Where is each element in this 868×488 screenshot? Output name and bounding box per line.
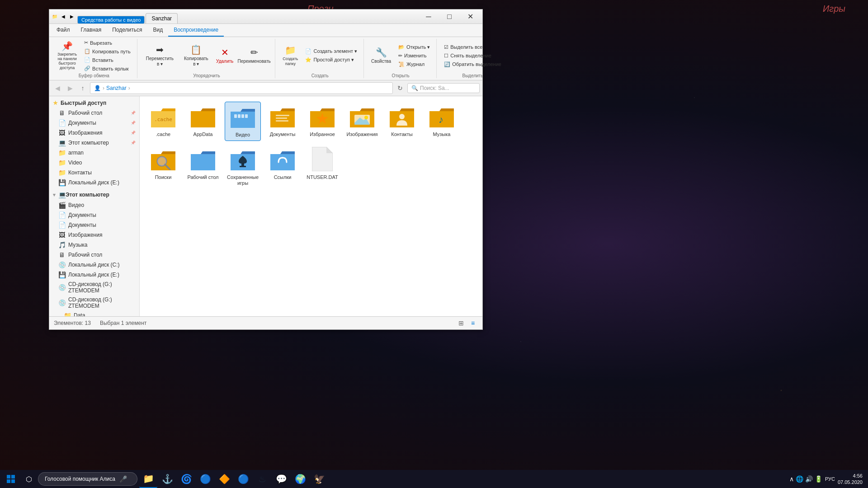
sidebar-item-docs2[interactable]: 📄 Документы	[49, 210, 139, 220]
up-button[interactable]: ↑	[77, 83, 88, 94]
file-item-favorites[interactable]: Избранное	[304, 102, 340, 141]
details-view-btn[interactable]: ≡	[468, 318, 478, 328]
file-item-links[interactable]: Ссылки	[264, 145, 301, 189]
properties-button[interactable]: 🔧 Свойства	[368, 45, 394, 66]
delete-icon: ✕	[221, 47, 229, 58]
ribbon-tab-home[interactable]: Главная	[75, 24, 107, 37]
taskbar-app-yandex[interactable]: 🌍	[291, 470, 309, 488]
taskbar-app-explorer[interactable]: 📁	[139, 470, 157, 488]
taskbar-app-whatsapp[interactable]: 💬	[272, 470, 290, 488]
sidebar-item-docs3[interactable]: 📄 Документы	[49, 220, 139, 230]
sidebar-item-local-c[interactable]: 💿 Локальный диск (C:)	[49, 260, 139, 270]
file-item-video[interactable]: Видео	[225, 102, 261, 141]
file-item-searches[interactable]: Поиски	[145, 145, 181, 189]
cd1-icon: 💿	[58, 284, 66, 291]
address-bar: ◀ ▶ ↑ 👤 › Sanzhar › ↻ 🔍 Поиск: Sa...	[49, 80, 482, 96]
taskbar-app-ie[interactable]: 🔵	[234, 470, 252, 488]
sidebar-item-local-e[interactable]: 💾 Локальный диск (E:)	[49, 178, 139, 188]
taskbar-app-steam[interactable]: ♨	[253, 470, 271, 488]
rename-button[interactable]: ✏ Переименовать	[237, 45, 271, 66]
large-icons-view-btn[interactable]: ⊞	[456, 318, 466, 328]
address-path[interactable]: 👤 › Sanzhar ›	[90, 82, 393, 94]
video-folder-icon: 📁	[58, 159, 66, 166]
path-sanzhar[interactable]: Sanzhar	[106, 85, 127, 91]
file-item-images[interactable]: Изображения	[344, 102, 380, 141]
minimize-button[interactable]: ─	[418, 9, 439, 24]
file-item-cache[interactable]: .cache .cache	[145, 102, 181, 141]
move-button[interactable]: ➡ Переместить в ▾	[142, 42, 178, 69]
select-all-button[interactable]: ☑ Выделить все	[441, 43, 504, 51]
taskbar-app-app3[interactable]: 🌀	[177, 470, 195, 488]
file-item-appdata[interactable]: AppData	[185, 102, 221, 141]
mic-icon[interactable]: 🎤	[119, 474, 128, 483]
sidebar-item-images2[interactable]: 🖼 Изображения	[49, 230, 139, 240]
file-item-docs[interactable]: Документы	[264, 102, 301, 141]
sidebar-item-desktop[interactable]: 🖥 Рабочий стол	[49, 108, 139, 118]
select-label: Выделить	[462, 73, 483, 78]
taskbar-app-app2[interactable]: ⚓	[158, 470, 176, 488]
tool-tab[interactable]: Средства работы с видео	[77, 16, 145, 23]
sidebar-item-images[interactable]: 🖼 Изображения	[49, 128, 139, 138]
close-button[interactable]: ✕	[460, 9, 481, 24]
copy-path-button[interactable]: 📋 Копировать путь	[81, 47, 133, 55]
ribbon-tab-play[interactable]: Воспроизведение	[168, 24, 224, 37]
sidebar-item-cd2[interactable]: 💿 CD-дисковод (G:) ZTEMODEM	[49, 295, 139, 310]
file-item-savedgames[interactable]: Сохраненныеигры	[225, 145, 261, 189]
easy-access-button[interactable]: ⭐ Простой доступ ▾	[302, 56, 360, 64]
tray-up-icon[interactable]: ∧	[789, 475, 794, 483]
sidebar-item-video[interactable]: 📁 Video	[49, 158, 139, 168]
sidebar-quick-header[interactable]: ★ Быстрый доступ	[49, 98, 139, 108]
ribbon-tab-file[interactable]: Файл	[51, 24, 75, 37]
sidebar-item-documents[interactable]: 📄 Документы	[49, 118, 139, 128]
sidebar-item-music[interactable]: 🎵 Музыка	[49, 240, 139, 250]
invert-button[interactable]: 🔄 Обратить выделение	[441, 61, 504, 68]
sidebar-item-arman[interactable]: 📁 arman	[49, 148, 139, 158]
taskbar-app-chrome[interactable]: 🔵	[196, 470, 214, 488]
window-title-tab[interactable]: Sanzhar	[146, 13, 178, 23]
search-bar[interactable]: Голосовой помощник Алиса 🎤	[38, 472, 137, 486]
cut-button[interactable]: ✂ Вырезать	[81, 39, 133, 47]
cd2-icon: 💿	[58, 299, 66, 306]
back-button[interactable]: ◀	[52, 83, 63, 94]
pin-icon: 📌	[61, 41, 73, 52]
open-button[interactable]: 📂 Открыть ▾	[396, 43, 433, 51]
maximize-button[interactable]: □	[439, 9, 460, 24]
shortcut-button[interactable]: 🔗 Вставить ярлык	[81, 65, 133, 72]
sidebar-item-data[interactable]: 📁 Data	[49, 310, 139, 316]
start-button[interactable]	[2, 470, 20, 488]
pin-button[interactable]: 📌 Закрепить на панели быстрого доступа	[55, 39, 80, 72]
edit-button[interactable]: ✏ Изменить	[396, 52, 433, 60]
refresh-button[interactable]: ↻	[395, 83, 406, 94]
sidebar-item-desktop2[interactable]: 🖥 Рабочий стол	[49, 250, 139, 260]
cortana-button[interactable]: ⬡	[20, 470, 38, 488]
svg-marker-12	[270, 111, 295, 127]
sidebar-computer-header[interactable]: ▾ 💻 Этот компьютер	[49, 189, 139, 200]
ribbon-tab-share[interactable]: Поделиться	[107, 24, 147, 37]
taskbar-app-app9[interactable]: 🦅	[310, 470, 328, 488]
sidebar-item-this-computer[interactable]: 💻 Этот компьютер	[49, 138, 139, 148]
tray-volume-icon[interactable]: 🔊	[805, 475, 813, 483]
paste-button[interactable]: 📄 Вставить	[81, 56, 133, 64]
forward-button[interactable]: ▶	[65, 83, 75, 94]
file-item-desktop[interactable]: Рабочий стол	[185, 145, 221, 189]
copy-to-button[interactable]: 📋 Копировать в ▾	[179, 42, 212, 69]
tray-battery-icon[interactable]: 🔋	[815, 475, 822, 483]
tray-network-icon[interactable]: 🌐	[796, 475, 803, 483]
deselect-button[interactable]: ☐ Снять выделение	[441, 52, 504, 60]
delete-button[interactable]: ✕ Удалить	[214, 45, 235, 66]
sidebar-item-local-e2[interactable]: 💾 Локальный диск (E:)	[49, 270, 139, 280]
search-box[interactable]: 🔍 Поиск: Sa...	[407, 83, 480, 93]
new-folder-button[interactable]: 📁 Создатьпапку	[280, 43, 301, 68]
new-item-button[interactable]: 📄 Создать элемент ▾	[302, 47, 360, 55]
history-button[interactable]: 📜 Журнал	[396, 61, 433, 68]
ribbon: Файл Главная Поделиться Вид Воспроизведе…	[49, 24, 482, 80]
file-item-contacts[interactable]: Контакты	[384, 102, 420, 141]
file-item-ntuser[interactable]: NTUSER.DAT	[304, 145, 340, 189]
taskbar-app-app5[interactable]: 🔶	[215, 470, 233, 488]
sidebar-item-contacts[interactable]: 📁 Контакты	[49, 168, 139, 178]
file-item-music[interactable]: ♪ Музыка	[424, 102, 460, 141]
sidebar-item-cd1[interactable]: 💿 CD-дисковод (G:) ZTEMODEM	[49, 280, 139, 295]
expand-icon: ▾	[53, 192, 56, 198]
ribbon-tab-view[interactable]: Вид	[147, 24, 168, 37]
sidebar-item-video2[interactable]: 🎬 Видео	[49, 200, 139, 210]
